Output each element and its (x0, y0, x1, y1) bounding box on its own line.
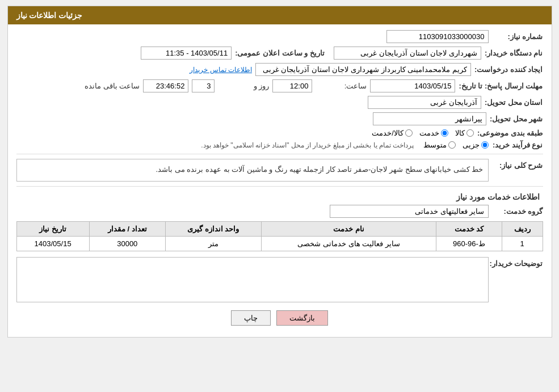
page-title: جزئیات اطلاعات نیاز (16, 11, 83, 20)
mohlat-label: مهلت ارسال پاسخ: تا تاریخ: (459, 82, 543, 90)
cell-date: 1403/05/15 (16, 237, 89, 251)
tarikh-input (141, 47, 232, 60)
radio-motavasset-item: متوسط (423, 141, 456, 149)
noe-row: نوع فرآیند خرید: جزیی متوسط پرداخت تمام … (16, 141, 543, 149)
noe-radio-group: جزیی متوسط (423, 141, 489, 149)
nam-dastgah-input (334, 47, 481, 60)
geroh-row: گروه خدمت: (16, 205, 543, 218)
separator-1 (16, 154, 543, 154)
col-count: تعداد / مقدار (89, 222, 165, 237)
radio-khedmat[interactable] (441, 129, 448, 137)
col-date: تاریخ نیاز (16, 222, 89, 237)
main-container: جزئیات اطلاعات نیاز شماره نیاز: نام دستگ… (7, 6, 552, 338)
rooz-label: روز و (218, 82, 269, 90)
tabaqe-radio-group: کالا خدمت کالا/خدمت (372, 129, 474, 137)
mohlat-rooz-input (192, 79, 215, 92)
radio-kala-khedmat-item: کالا/خدمت (372, 129, 413, 137)
cell-unit: متر (165, 237, 261, 251)
page-content: شماره نیاز: نام دستگاه خریدار: تاریخ و س… (8, 24, 552, 337)
radio-kala-khedmat[interactable] (405, 129, 413, 137)
khadamat-section-title: اطلاعات خدمات مورد نیاز (16, 192, 543, 201)
dastgah-tarikh-row: نام دستگاه خریدار: تاریخ و ساعت اعلان عم… (16, 47, 543, 60)
radio-khedmat-item: خدمت (419, 129, 448, 137)
col-name: نام خدمت (261, 222, 436, 237)
radio-jozii[interactable] (481, 141, 489, 149)
sharh-label: شرح کلی نیاز: (492, 159, 543, 170)
countdown-input (143, 79, 188, 92)
print-button[interactable]: چاپ (231, 310, 271, 326)
shomare-niaz-label: شماره نیاز: (492, 32, 543, 41)
noe-label: نوع فرآیند خرید: (492, 141, 543, 149)
geroh-label: گروه خدمت: (492, 207, 543, 216)
col-unit: واحد اندازه گیری (165, 222, 261, 237)
mohlat-date-input (370, 79, 455, 92)
shomare-niaz-row: شماره نیاز: (16, 30, 543, 43)
radio-jozii-item: جزیی (463, 141, 489, 149)
ijad-label: ایجاد کننده درخواست: (474, 65, 543, 74)
sharh-box: خط کشی خیابانهای سطح شهر لاجان-صفر تاصد … (16, 159, 489, 182)
radio-khedmat-label: خدمت (419, 129, 439, 137)
etela-tamas-link[interactable]: اطلاعات تماس خریدار (190, 66, 252, 74)
mohlat-row: مهلت ارسال پاسخ: تا تاریخ: ساعت: روز و س… (16, 79, 543, 92)
tarikh-label: تاریخ و ساعت اعلان عمومی: (235, 49, 325, 57)
ostan-label: استان محل تحویل: (485, 98, 543, 107)
shomare-niaz-input (386, 30, 489, 43)
radio-kala[interactable] (466, 129, 474, 137)
cell-kod: ط-96-960 (436, 237, 502, 251)
tabaqe-label: طبقه بندی موضوعی: (477, 129, 543, 137)
col-radif: ردیف (502, 222, 543, 237)
sharh-text: خط کشی خیابانهای سطح شهر لاجان-صفر تاصد … (156, 165, 484, 174)
col-kod: کد خدمت (436, 222, 502, 237)
shahr-input (373, 112, 486, 125)
tozihat-row: توضیحات خریدار: (16, 257, 543, 302)
radio-kala-item: کالا (455, 129, 474, 137)
mohlat-saat-input (272, 79, 312, 92)
shahr-label: شهر محل تحویل: (490, 115, 543, 123)
ostan-row: استان محل تحویل: (16, 96, 543, 109)
ijad-input (255, 63, 471, 76)
radio-motavasset[interactable] (448, 141, 456, 149)
shahr-row: شهر محل تحویل: (16, 112, 543, 125)
ijad-row: ایجاد کننده درخواست: اطلاعات تماس خریدار (16, 63, 543, 76)
radio-kala-label: کالا (455, 129, 465, 137)
radio-jozii-label: جزیی (463, 141, 480, 149)
tozihat-label: توضیحات خریدار: (492, 257, 543, 268)
nam-dastgah-label: نام دستگاه خریدار: (485, 49, 543, 57)
cell-name: سایر فعالیت های خدماتی شخصی (261, 237, 436, 251)
remaining-label: ساعت باقی مانده (85, 82, 140, 90)
buttons-row: بازگشت چاپ (16, 310, 543, 326)
tabaqe-row: طبقه بندی موضوعی: کالا خدمت کالا/خدمت (16, 129, 543, 137)
separator-2 (16, 186, 543, 187)
table-row: 1 ط-96-960 سایر فعالیت های خدماتی شخصی م… (16, 237, 543, 251)
services-table: ردیف کد خدمت نام خدمت واحد اندازه گیری ت… (16, 221, 543, 251)
saat-label: ساعت: (316, 82, 367, 90)
table-header-row: ردیف کد خدمت نام خدمت واحد اندازه گیری ت… (16, 222, 543, 237)
sharh-row: شرح کلی نیاز: خط کشی خیابانهای سطح شهر ل… (16, 159, 543, 182)
page-header: جزئیات اطلاعات نیاز (8, 6, 552, 24)
geroh-input (330, 205, 489, 218)
ostan-input (368, 96, 481, 109)
purchase-note: پرداخت تمام یا بخشی از مبلغ خریدار از مح… (201, 141, 414, 149)
back-button[interactable]: بازگشت (276, 310, 328, 326)
cell-radif: 1 (502, 237, 543, 251)
cell-count: 30000 (89, 237, 165, 251)
radio-motavasset-label: متوسط (423, 141, 447, 149)
tozihat-textarea[interactable] (16, 257, 489, 302)
radio-kala-khedmat-label: کالا/خدمت (372, 129, 404, 137)
